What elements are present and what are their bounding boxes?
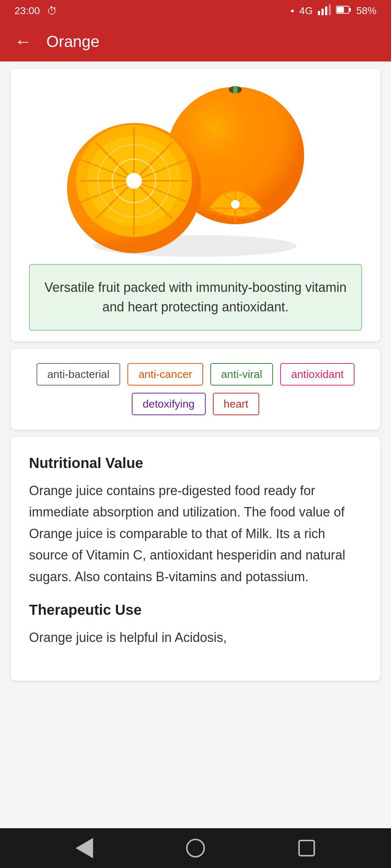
network-label: 4G	[299, 5, 313, 17]
status-right: • 4G 58%	[291, 4, 377, 18]
nutritional-heading: Nutritional Value	[29, 455, 362, 471]
nutritional-text: Orange juice contains pre-digested food …	[29, 480, 362, 587]
tag-detoxifying[interactable]: detoxifying	[132, 393, 205, 415]
recents-square-icon	[298, 840, 315, 856]
nav-recents-button[interactable]	[296, 837, 318, 859]
battery-icon	[336, 5, 351, 17]
nav-bar	[0, 828, 391, 868]
clock-icon: ⏱	[47, 5, 57, 17]
svg-rect-3	[329, 4, 331, 15]
svg-rect-6	[337, 7, 344, 13]
back-button[interactable]: ←	[14, 33, 32, 50]
svg-rect-12	[233, 86, 237, 93]
home-circle-icon	[186, 839, 205, 858]
svg-point-30	[231, 200, 240, 209]
description-box: Versatile fruit packed with immunity-boo…	[29, 264, 362, 331]
status-left: 23:00 ⏱	[14, 5, 57, 17]
tag-antioxidant[interactable]: antioxidant	[280, 363, 354, 386]
main-content: Versatile fruit packed with immunity-boo…	[0, 61, 391, 828]
tags-card: anti-bacterial anti-cancer anti-viral an…	[11, 349, 380, 430]
back-arrow-icon	[76, 838, 93, 858]
image-card: Versatile fruit packed with immunity-boo…	[11, 69, 380, 341]
svg-rect-5	[349, 8, 351, 12]
therapeutic-heading: Therapeutic Use	[29, 602, 362, 618]
nav-back-button[interactable]	[73, 837, 95, 859]
svg-rect-0	[318, 11, 320, 15]
nav-home-button[interactable]	[185, 837, 206, 859]
tag-anti-bacterial[interactable]: anti-bacterial	[37, 363, 121, 386]
app-bar: ← Orange	[0, 22, 391, 61]
tags-container: anti-bacterial anti-cancer anti-viral an…	[29, 363, 362, 415]
therapeutic-text: Orange juice is helpful in Acidosis,	[29, 627, 362, 648]
tag-anti-cancer[interactable]: anti-cancer	[127, 363, 203, 386]
signal-dot: •	[291, 5, 294, 17]
fruit-image-container	[11, 69, 380, 257]
battery-percent: 58%	[356, 5, 377, 17]
svg-point-23	[126, 173, 142, 189]
signal-icon	[318, 4, 331, 18]
tag-anti-viral[interactable]: anti-viral	[210, 363, 273, 386]
svg-rect-1	[321, 9, 324, 15]
tag-heart[interactable]: heart	[213, 393, 259, 415]
page-title: Orange	[46, 33, 100, 51]
status-time: 23:00	[14, 5, 40, 17]
status-bar: 23:00 ⏱ • 4G 58%	[0, 0, 391, 22]
svg-rect-2	[325, 7, 327, 15]
description-text: Versatile fruit packed with immunity-boo…	[44, 278, 347, 317]
info-card: Nutritional Value Orange juice contains …	[11, 437, 380, 681]
